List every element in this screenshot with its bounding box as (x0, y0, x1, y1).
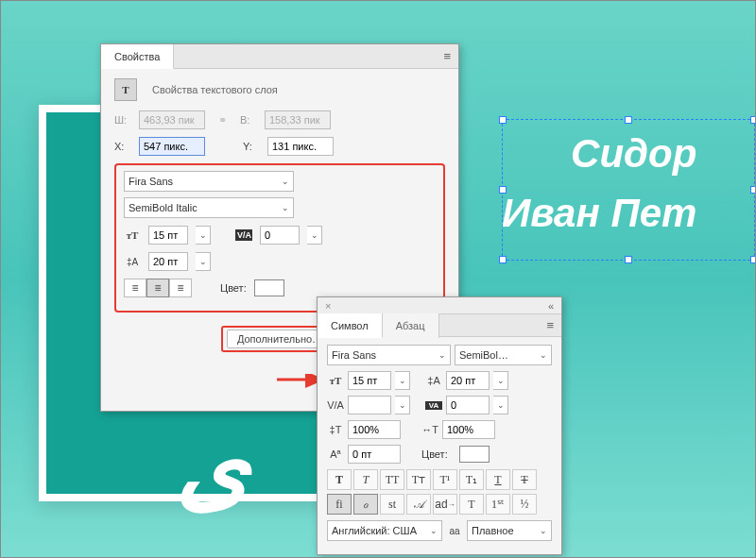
baseline-icon: Aª (327, 448, 344, 460)
font-size-input[interactable] (148, 226, 188, 245)
char-size-caret[interactable]: ⌄ (395, 371, 410, 390)
opentype-row: fi ℴ st 𝒜 ad→ T 1ˢᵗ ½ (327, 494, 552, 515)
faux-italic-button[interactable]: T (353, 469, 378, 490)
align-right-button[interactable]: ≡ (169, 279, 192, 297)
char-tracking-caret[interactable]: ⌄ (493, 396, 508, 414)
tracking-icon: V/A (235, 229, 252, 241)
width-input (139, 110, 205, 129)
vscale-icon: ‡T (327, 424, 344, 435)
kerning-icon: V/A (327, 399, 344, 411)
handle-bottom-right[interactable] (750, 256, 756, 263)
height-label: В: (240, 114, 257, 126)
properties-panel-header: Свойства ≡ (101, 44, 458, 69)
font-family-value: Fira Sans (129, 176, 173, 187)
panel-menu-icon[interactable]: ≡ (443, 49, 451, 63)
char-font-style-select[interactable]: SemiBol…⌄ (455, 345, 552, 365)
all-caps-button[interactable]: TT (380, 469, 404, 490)
char-tracking-icon: VA (425, 401, 442, 410)
char-color-swatch[interactable] (459, 446, 490, 463)
char-size-input[interactable] (348, 371, 391, 390)
small-caps-button[interactable]: Tᴛ (406, 469, 431, 490)
color-swatch[interactable] (254, 279, 284, 296)
font-size-icon: тT (124, 229, 141, 241)
color-label: Цвет: (220, 282, 247, 294)
hscale-input[interactable] (442, 420, 495, 439)
font-style-select[interactable]: SemiBold Italic⌄ (124, 197, 294, 218)
background-glyph: ی (176, 412, 249, 522)
text-line-1: Сидор (571, 131, 696, 176)
type-options-highlight: Fira Sans⌄ SemiBold Italic⌄ тT ⌄ V/A ⌄ ‡… (114, 163, 445, 313)
handle-bottom-left[interactable] (499, 256, 507, 263)
handle-mid-right[interactable] (750, 186, 756, 194)
char-leading-caret[interactable]: ⌄ (493, 371, 508, 390)
kerning-input[interactable] (348, 396, 391, 414)
faux-bold-button[interactable]: T (327, 469, 352, 490)
font-family-select[interactable]: Fira Sans⌄ (124, 171, 294, 192)
char-leading-input[interactable] (446, 371, 490, 390)
character-panel: × « Символ Абзац ≡ Fira Sans⌄ SemiBol…⌄ … (317, 296, 562, 555)
contextual-alt-button[interactable]: ℴ (353, 494, 378, 515)
char-color-label: Цвет: (421, 448, 448, 460)
align-left-button[interactable]: ≡ (124, 279, 146, 297)
underline-button[interactable]: T (486, 469, 510, 490)
type-layer-icon: T (114, 78, 137, 101)
swash-button[interactable]: 𝒜 (406, 494, 431, 515)
close-icon[interactable]: × (318, 300, 338, 312)
char-leading-icon: ‡A (425, 375, 442, 386)
text-line-2: Иван Пет (502, 191, 696, 235)
kerning-caret[interactable]: ⌄ (395, 396, 410, 414)
tab-paragraph[interactable]: Абзац (383, 313, 439, 338)
titling-alt-button[interactable]: T (459, 494, 484, 515)
language-select[interactable]: Английский: США⌄ (327, 520, 442, 541)
ligatures-button[interactable]: fi (327, 494, 352, 515)
collapse-icon[interactable]: « (548, 300, 554, 312)
char-size-icon: тT (327, 375, 344, 386)
char-font-family-select[interactable]: Fira Sans⌄ (327, 345, 451, 365)
baseline-input[interactable] (348, 445, 401, 464)
char-tracking-input[interactable] (446, 396, 490, 414)
strikethrough-button[interactable]: T (512, 469, 537, 490)
leading-stepper[interactable]: ⌄ (196, 252, 211, 271)
type-style-row: T T TT Tᴛ T¹ T₁ T T (327, 469, 552, 490)
tracking-stepper[interactable]: ⌄ (307, 226, 322, 245)
handle-top-left[interactable] (499, 116, 507, 124)
vscale-input[interactable] (348, 420, 401, 439)
tracking-input[interactable] (260, 226, 300, 245)
antialias-icon: aa (446, 526, 463, 536)
font-size-stepper[interactable]: ⌄ (196, 226, 211, 245)
y-label: Y: (243, 141, 260, 152)
leading-icon: ‡A (124, 257, 141, 267)
leading-input[interactable] (148, 252, 188, 271)
x-label: X: (114, 141, 131, 152)
subscript-button[interactable]: T₁ (459, 469, 484, 490)
hscale-icon: ↔T (421, 424, 438, 435)
char-panel-menu-icon[interactable]: ≡ (546, 318, 554, 332)
discretionary-lig-button[interactable]: st (380, 494, 404, 515)
canvas-text-layer[interactable]: Сидор Иван Пет (502, 124, 696, 243)
tab-properties[interactable]: Свойства (101, 44, 174, 69)
antialias-select[interactable]: Плавное⌄ (467, 520, 552, 541)
width-label: Ш: (114, 114, 131, 126)
superscript-button[interactable]: T¹ (433, 469, 457, 490)
align-center-button[interactable]: ≡ (146, 279, 169, 297)
font-style-value: SemiBold Italic (129, 202, 198, 213)
handle-top-right[interactable] (750, 116, 756, 124)
handle-bottom-center[interactable] (625, 256, 632, 263)
tab-character[interactable]: Символ (318, 313, 383, 338)
height-input (265, 110, 331, 129)
section-title: Свойства текстового слоя (152, 84, 278, 95)
stylistic-alt-button[interactable]: ad→ (433, 494, 457, 515)
text-align-group: ≡ ≡ ≡ (124, 279, 192, 297)
ordinals-button[interactable]: 1ˢᵗ (486, 494, 510, 515)
y-input[interactable] (267, 137, 334, 156)
x-input[interactable] (139, 137, 205, 156)
link-wh-icon[interactable]: ⚭ (218, 114, 227, 127)
fractions-button[interactable]: ½ (512, 494, 537, 515)
handle-top-center[interactable] (625, 116, 632, 124)
